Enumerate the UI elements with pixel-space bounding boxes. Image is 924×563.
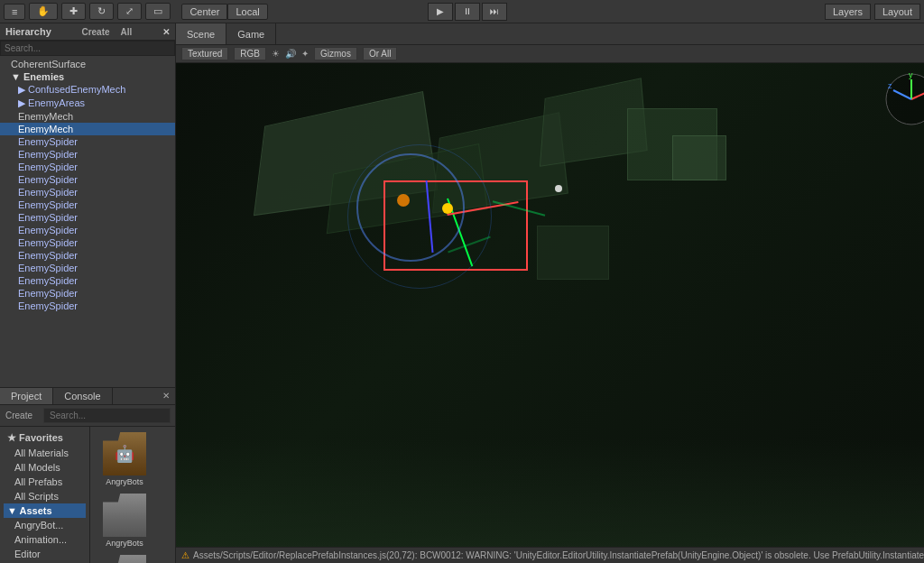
sidebar-item-favorites[interactable]: ★ Favorites [4, 430, 86, 446]
hierarchy-list: CoherentSurface ▼ Enemies ▶ ConfusedEnem… [0, 56, 175, 373]
tab-game[interactable]: Game [226, 23, 276, 44]
main-layout: Hierarchy Create All ✕ CoherentSurface ▼… [0, 23, 924, 563]
list-item[interactable]: EnemySpider [0, 236, 175, 249]
sidebar-item-all-scripts[interactable]: All Scripts [4, 489, 86, 503]
hierarchy-panel: Hierarchy Create All ✕ CoherentSurface ▼… [0, 23, 175, 387]
audio-btn[interactable]: 🔊 [285, 49, 296, 59]
project-sidebar: ★ Favorites All Materials All Models All… [0, 427, 90, 563]
asset-item[interactable]: 🤖 AngryBots [94, 430, 155, 488]
hand-tool-btn[interactable]: ✋ [29, 3, 58, 20]
layers-dropdown-btn[interactable]: Layers [825, 4, 871, 20]
unity-menu-btn[interactable]: ≡ [4, 4, 25, 20]
svg-text:y: y [909, 72, 913, 79]
sidebar-item-animation[interactable]: Animation... [4, 532, 86, 547]
step-btn[interactable]: ⏭ [482, 3, 507, 21]
sidebar-item-editor[interactable]: Editor [4, 547, 86, 561]
move-tool-btn[interactable]: ✚ [61, 3, 86, 20]
list-item[interactable]: EnemySpider [0, 198, 175, 211]
bottom-tabs: Project Console ✕ [0, 388, 175, 405]
list-item[interactable]: CoherentSurface [0, 58, 175, 70]
hierarchy-title: Hierarchy [5, 26, 51, 37]
status-bar: ⚠ Assets/Scripts/Editor/ReplacePrefabIns… [176, 547, 924, 563]
asset-label: AngryBots [96, 539, 153, 548]
gizmos-btn[interactable]: Gizmos [314, 47, 357, 60]
bottom-left-panel: Project Console ✕ Create 🔒 ⚙ ★ Favorites… [0, 387, 175, 563]
scene-axis-gizmo: x y z [884, 72, 924, 126]
center-btn[interactable]: Center [181, 4, 227, 20]
tab-console[interactable]: Console [53, 388, 112, 404]
view-tabs: Scene Game [176, 23, 924, 45]
list-item[interactable]: EnemySpider [0, 173, 175, 186]
layout-dropdown-btn[interactable]: Layout [874, 4, 920, 20]
list-item[interactable]: ▼ Enemies [0, 70, 175, 83]
rotate-tool-btn[interactable]: ↻ [89, 3, 114, 20]
list-item[interactable]: EnemySpider [0, 211, 175, 224]
list-item[interactable]: EnemySpider [0, 161, 175, 173]
scene-viewport[interactable]: x y z [176, 63, 924, 547]
list-item[interactable]: EnemySpider [0, 224, 175, 236]
hierarchy-header: Hierarchy Create All ✕ [0, 23, 175, 41]
asset-item[interactable]: Animations [94, 553, 155, 563]
sidebar-item-all-prefabs[interactable]: All Prefabs [4, 475, 86, 489]
list-item[interactable]: EnemySpider [0, 186, 175, 198]
status-text: Assets/Scripts/Editor/ReplacePrefabInsta… [193, 550, 924, 560]
tab-project[interactable]: Project [0, 388, 53, 404]
project-create-btn[interactable]: Create [5, 411, 32, 420]
list-item[interactable]: EnemySpider [0, 148, 175, 161]
hierarchy-search-input[interactable] [0, 41, 175, 56]
list-item[interactable]: EnemySpider [0, 274, 175, 287]
list-item[interactable]: EnemySpider [0, 287, 175, 300]
list-item[interactable]: ▶ EnemyAreas [0, 97, 175, 110]
left-panel: Hierarchy Create All ✕ CoherentSurface ▼… [0, 23, 176, 563]
center-panel: Scene Game Textured RGB ☀ 🔊 ✦ Gizmos Or … [176, 23, 924, 563]
status-icon: ⚠ [181, 550, 189, 560]
assets-grid: 🤖 AngryBots AngryBots Animations cube-te… [90, 427, 175, 563]
scale-tool-btn[interactable]: ⤢ [117, 3, 142, 20]
rgb-btn[interactable]: RGB [234, 47, 266, 60]
list-item[interactable]: EnemySpider [0, 249, 175, 262]
sidebar-item-all-materials[interactable]: All Materials [4, 446, 86, 460]
tab-scene[interactable]: Scene [176, 23, 226, 44]
list-item[interactable]: EnemySpider [0, 300, 175, 312]
asset-item[interactable]: AngryBots [94, 492, 155, 549]
hierarchy-close-btn[interactable]: ✕ [162, 27, 170, 37]
rect-tool-btn[interactable]: ▭ [145, 3, 171, 20]
list-item[interactable]: EnemyMech [0, 110, 175, 123]
effects-btn[interactable]: ✦ [301, 49, 309, 59]
or-all-btn[interactable]: Or All [363, 47, 397, 60]
top-toolbar: ≡ ✋ ✚ ↻ ⤢ ▭ Center Local ▶ ⏸ ⏭ Layers La… [0, 0, 924, 23]
pause-btn[interactable]: ⏸ [455, 3, 480, 21]
project-search-input[interactable] [43, 408, 171, 423]
list-item[interactable]: EnemySpider [0, 135, 175, 148]
sidebar-item-assets[interactable]: ▼ Assets [4, 503, 86, 518]
lighting-btn[interactable]: ☀ [272, 49, 280, 59]
project-close-btn[interactable]: ✕ [157, 388, 175, 404]
play-btn[interactable]: ▶ [428, 3, 453, 21]
sidebar-item-all-models[interactable]: All Models [4, 460, 86, 475]
sidebar-item-angrybot[interactable]: AngryBot... [4, 518, 86, 532]
list-item[interactable]: EnemyMech [0, 123, 175, 135]
project-content: ★ Favorites All Materials All Models All… [0, 427, 175, 563]
project-toolbar: Create 🔒 ⚙ [0, 405, 175, 427]
local-btn[interactable]: Local [227, 4, 267, 20]
asset-label: AngryBots [96, 477, 153, 486]
hierarchy-all[interactable]: All [121, 27, 133, 37]
svg-text:z: z [888, 81, 892, 90]
hierarchy-create-btn[interactable]: Create [81, 27, 109, 37]
list-item[interactable]: ▶ ConfusedEnemyMech [0, 83, 175, 97]
list-item[interactable]: EnemySpider [0, 262, 175, 274]
scene-toolbar: Textured RGB ☀ 🔊 ✦ Gizmos Or All ⤢ [176, 45, 924, 63]
textured-btn[interactable]: Textured [181, 47, 228, 60]
